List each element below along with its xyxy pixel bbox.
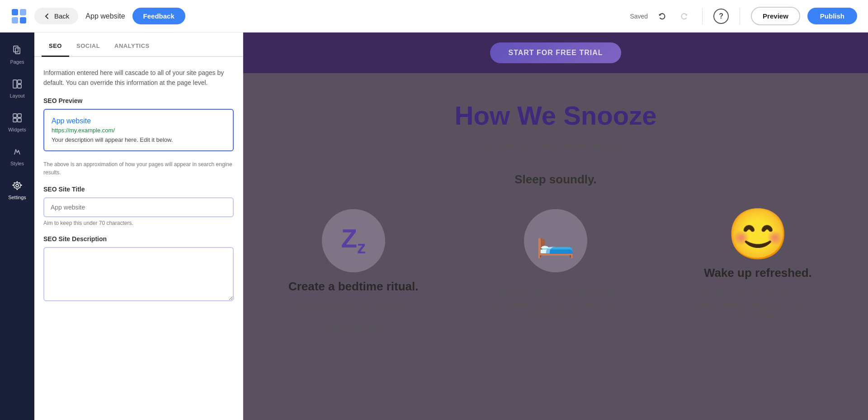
feature-title-wake: Wake up refreshed. bbox=[704, 266, 812, 280]
seo-preview-title: App website bbox=[52, 117, 226, 125]
canvas-main-title: How We Snooze bbox=[261, 100, 850, 131]
svg-rect-8 bbox=[18, 84, 21, 88]
svg-rect-9 bbox=[13, 114, 17, 117]
seo-title-section: SEO Site Title Aim to keep this under 70… bbox=[43, 186, 234, 226]
feature-desc-track: Place your phone on your bed or wear you… bbox=[488, 287, 623, 322]
styles-icon bbox=[12, 147, 22, 159]
svg-rect-6 bbox=[13, 80, 17, 88]
feature-card-bedtime: Zz Create a bedtime ritual. Start windin… bbox=[261, 209, 445, 336]
feature-icon-wake: 😊 bbox=[727, 209, 789, 259]
feedback-button[interactable]: Feedback bbox=[132, 8, 185, 24]
canvas-subtitle: How does our sleep tracker app work? bbox=[261, 140, 850, 150]
seo-description-section: SEO Site Description bbox=[43, 235, 234, 303]
divider bbox=[702, 8, 703, 24]
seo-title-input[interactable] bbox=[43, 197, 234, 217]
feature-desc-wake: Our alarm clock senses when you're ready… bbox=[690, 287, 826, 322]
redo-button[interactable] bbox=[677, 9, 691, 23]
svg-rect-7 bbox=[18, 80, 21, 84]
main-layout: Pages Layout Widgets Styles Settings bbox=[0, 33, 868, 420]
tab-social[interactable]: SOCIAL bbox=[69, 36, 107, 57]
sidebar-styles-label: Styles bbox=[10, 161, 24, 166]
svg-rect-3 bbox=[20, 17, 26, 23]
seo-preview-url: https://my.example.com/ bbox=[52, 127, 226, 134]
tab-seo[interactable]: SEO bbox=[42, 36, 69, 57]
sidebar-layout-label: Layout bbox=[9, 93, 24, 98]
divider2 bbox=[740, 8, 740, 24]
svg-rect-12 bbox=[18, 118, 21, 122]
back-button[interactable]: Back bbox=[34, 8, 78, 24]
canvas-top-bar: START FOR FREE TRIAL bbox=[243, 33, 868, 73]
svg-rect-10 bbox=[18, 114, 21, 117]
saved-status: Saved bbox=[630, 13, 648, 20]
feature-card-track: 🛏️ Place your phone on your bed or wear … bbox=[463, 209, 647, 336]
approximation-text: The above is an approximation of how you… bbox=[43, 160, 234, 177]
sidebar-item-layout[interactable]: Layout bbox=[2, 74, 33, 104]
back-label: Back bbox=[54, 12, 69, 20]
site-name: App website bbox=[85, 12, 125, 20]
svg-rect-0 bbox=[12, 9, 18, 15]
feature-icon-track: 🛏️ bbox=[524, 209, 587, 272]
undo-button[interactable] bbox=[655, 9, 670, 23]
sidebar-item-pages[interactable]: Pages bbox=[2, 40, 33, 70]
canvas-cta-button[interactable]: START FOR FREE TRIAL bbox=[490, 42, 621, 63]
svg-rect-4 bbox=[14, 46, 18, 52]
layout-icon bbox=[12, 79, 22, 91]
topbar: Back App website Feedback Saved ? Previe… bbox=[0, 0, 868, 33]
svg-rect-1 bbox=[20, 9, 26, 15]
canvas-features: Zz Create a bedtime ritual. Start windin… bbox=[261, 209, 850, 336]
feature-card-wake: 😊 Wake up refreshed. Our alarm clock sen… bbox=[666, 209, 850, 336]
seo-preview-desc: Your description will appear here. Edit … bbox=[52, 136, 226, 143]
tab-analytics[interactable]: ANALYTICS bbox=[107, 36, 157, 57]
seo-description-input[interactable] bbox=[43, 247, 234, 301]
icon-sidebar: Pages Layout Widgets Styles Settings bbox=[0, 33, 34, 420]
seo-preview-box: App website https://my.example.com/ Your… bbox=[43, 109, 234, 151]
feature-title-bedtime: Create a bedtime ritual. bbox=[288, 280, 419, 294]
seo-preview-section: SEO Preview App website https://my.examp… bbox=[43, 97, 234, 151]
settings-icon bbox=[12, 181, 22, 193]
info-text: Information entered here will cascade to… bbox=[43, 68, 234, 88]
settings-panel: SEO SOCIAL ANALYTICS Information entered… bbox=[34, 33, 243, 420]
seo-desc-label: SEO Site Description bbox=[43, 235, 234, 243]
settings-tabs: SEO SOCIAL ANALYTICS bbox=[34, 36, 243, 57]
sidebar-pages-label: Pages bbox=[10, 59, 24, 65]
seo-preview-label: SEO Preview bbox=[43, 97, 234, 104]
sidebar-widgets-label: Widgets bbox=[8, 127, 26, 132]
seo-title-hint: Aim to keep this under 70 characters. bbox=[43, 220, 234, 226]
sidebar-settings-label: Settings bbox=[8, 195, 26, 200]
pages-icon bbox=[12, 45, 22, 57]
canvas-tagline: Sleep soundly. bbox=[261, 173, 850, 187]
svg-rect-11 bbox=[13, 118, 17, 122]
sidebar-item-settings[interactable]: Settings bbox=[2, 175, 33, 205]
publish-button[interactable]: Publish bbox=[807, 8, 857, 24]
feature-desc-bedtime: Start winding down. Set notification rem… bbox=[286, 301, 421, 336]
redo-icon bbox=[679, 12, 689, 21]
sidebar-item-widgets[interactable]: Widgets bbox=[2, 107, 33, 138]
feature-icon-bedtime: Zz bbox=[322, 209, 385, 272]
settings-content: Information entered here will cascade to… bbox=[34, 57, 243, 314]
widgets-icon bbox=[12, 113, 22, 125]
seo-title-label: SEO Site Title bbox=[43, 186, 234, 193]
help-button[interactable]: ? bbox=[713, 9, 729, 24]
preview-button[interactable]: Preview bbox=[751, 7, 800, 25]
sidebar-item-styles[interactable]: Styles bbox=[2, 141, 33, 172]
svg-rect-2 bbox=[12, 17, 18, 23]
app-logo bbox=[11, 8, 27, 24]
undo-icon bbox=[658, 12, 667, 21]
svg-rect-5 bbox=[15, 48, 20, 54]
canvas-area: START FOR FREE TRIAL How We Snooze How d… bbox=[243, 33, 868, 420]
canvas-main-section: How We Snooze How does our sleep tracker… bbox=[243, 73, 868, 363]
svg-point-13 bbox=[16, 184, 19, 187]
back-icon bbox=[43, 13, 51, 20]
